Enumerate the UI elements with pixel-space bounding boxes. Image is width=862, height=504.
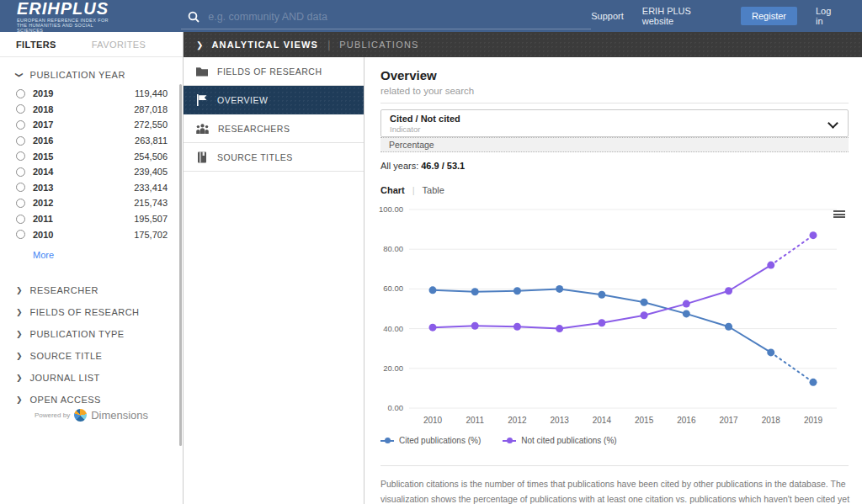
all-years-value: 46.9 / 53.1 [421,161,465,171]
logo-title: ERIHPLUS [17,0,181,17]
radio-icon[interactable] [16,167,25,177]
indicator-caption: Indicator [390,125,839,134]
svg-text:2015: 2015 [635,416,654,425]
svg-text:20.00: 20.00 [383,363,403,373]
book-icon [195,151,209,164]
filter-section-fields-of-research[interactable]: ❯ FIELDS OF RESEARCH [0,301,183,323]
svg-text:2019: 2019 [804,416,823,425]
nav-item-overview[interactable]: OVERVIEW [184,86,364,114]
more-link[interactable]: More [33,250,54,260]
chevron-right-icon: ❯ [16,352,23,360]
radio-icon[interactable] [16,151,25,161]
chart-menu-icon[interactable] [833,210,845,220]
year-count: 175,702 [134,230,168,240]
year-filter-row[interactable]: 2019 119,440 [16,86,168,102]
tab-table[interactable]: Table [423,185,444,195]
radio-icon[interactable] [16,230,25,239]
svg-text:2016: 2016 [677,416,696,425]
filter-section-researcher[interactable]: ❯ RESEARCHER [0,279,183,301]
website-link[interactable]: ERIH PLUS website [642,6,722,26]
year-filter-row[interactable]: 2011 195,507 [16,211,168,227]
year-filter-row[interactable]: 2013 233,414 [16,180,168,196]
filter-tabs: FILTERS FAVORITES [0,32,183,57]
filter-section-open-access[interactable]: ❯ OPEN ACCESS [0,389,183,411]
svg-text:2018: 2018 [762,416,781,425]
views-nav: FIELDS OF RESEARCH OVERVIEW RESEARCHERS … [184,57,364,504]
support-link[interactable]: Support [591,11,624,21]
search-input[interactable] [208,11,561,23]
chevron-right-icon: ❯ [16,374,23,382]
year-filter-row[interactable]: 2012 215,743 [16,195,168,211]
indicator-dropdown[interactable]: Cited / Not cited Indicator [380,109,849,137]
tab-divider: | [412,185,415,195]
chart-table-tabs: Chart | Table [380,185,444,195]
svg-text:2010: 2010 [423,416,443,425]
radio-icon[interactable] [16,120,25,130]
search-bar[interactable] [181,4,591,29]
filter-sections: ❯ RESEARCHER ❯ FIELDS OF RESEARCH ❯ PUBL… [0,279,183,411]
folder-icon [195,65,209,78]
overview-panel: Overview related to your search Cited / … [364,57,862,504]
tab-filters[interactable]: FILTERS [16,40,56,50]
filter-section-journal-list[interactable]: ❯ JOURNAL LIST [0,367,183,389]
filter-section-source-title[interactable]: ❯ SOURCE TITLE [0,345,183,367]
radio-icon[interactable] [16,136,25,146]
svg-text:2013: 2013 [551,416,570,425]
breadcrumb-section[interactable]: ANALYTICAL VIEWS [211,40,318,50]
svg-text:2012: 2012 [508,416,527,425]
radio-icon[interactable] [16,215,25,224]
powered-by-dimensions[interactable]: Powered by Dimensions [0,409,183,422]
nav-item-fields-of-research[interactable]: FIELDS OF RESEARCH [184,57,364,86]
legend-item[interactable]: Cited publications (%) [380,436,481,445]
register-button[interactable]: Register [741,7,797,25]
publication-year-section-header[interactable]: ❯ PUBLICATION YEAR [16,70,167,80]
legend-marker-icon [380,440,394,442]
radio-icon[interactable] [16,183,25,192]
indicator-value: Cited / Not cited [390,114,839,124]
year-count: 215,743 [134,198,168,208]
legend-label: Cited publications (%) [399,436,481,445]
logo-subtitle: EUROPEAN REFERENCE INDEX FOR THE HUMANIT… [17,18,111,33]
year-filter-row[interactable]: 2010 175,702 [16,226,168,242]
legend-item[interactable]: Not cited publications (%) [503,436,616,445]
filter-section-publication-type[interactable]: ❯ PUBLICATION TYPE [0,323,183,345]
radio-icon[interactable] [16,199,25,208]
chart-legend: Cited publications (%)Not cited publicat… [380,436,617,445]
flag-icon [195,93,209,107]
people-icon [195,122,210,135]
nav-item-researchers[interactable]: RESEARCHERS [184,114,364,143]
filters-scrollbar[interactable] [179,84,182,446]
svg-text:100.00: 100.00 [379,204,403,214]
chart-area: 0.0020.0040.0060.0080.00100.002010201120… [374,202,849,431]
year-count: 287,018 [134,104,168,114]
breadcrumb-page[interactable]: PUBLICATIONS [339,40,418,50]
tab-favorites[interactable]: FAVORITES [92,40,146,50]
login-link[interactable]: Log in [816,6,840,26]
year-count: 195,507 [134,214,168,224]
radio-icon[interactable] [16,104,25,114]
year-filter-row[interactable]: 2016 263,811 [16,133,168,149]
chevron-right-icon: ❯ [16,330,23,338]
chevron-right-icon: ❯ [16,395,23,404]
svg-text:2011: 2011 [466,416,484,425]
year-filter-row[interactable]: 2017 272,550 [16,117,168,133]
tab-chart[interactable]: Chart [380,185,405,195]
svg-text:2017: 2017 [719,416,738,425]
filters-panel: FILTERS FAVORITES ❯ PUBLICATION YEAR 201… [0,32,184,504]
chevron-down-icon: ❯ [15,72,24,78]
erih-plus-logo[interactable]: ERIHPLUS EUROPEAN REFERENCE INDEX FOR TH… [0,0,181,33]
unit-row[interactable]: Percentage [380,137,849,152]
chevron-right-icon: ❯ [196,40,203,50]
year-filter-row[interactable]: 2014 239,405 [16,164,168,180]
year-count: 239,405 [134,167,168,177]
radio-icon[interactable] [16,89,25,98]
year-filter-row[interactable]: 2018 287,018 [16,102,168,118]
year-filter-row[interactable]: 2015 254,506 [16,148,168,164]
header-links: Support ERIH PLUS website Register Log i… [591,6,862,26]
year-count: 272,550 [134,119,168,130]
year-count: 254,506 [134,151,168,162]
citations-chart: 0.0020.0040.0060.0080.00100.002010201120… [374,202,849,431]
nav-item-source-titles[interactable]: SOURCE TITLES [184,143,364,172]
app-header: ERIHPLUS EUROPEAN REFERENCE INDEX FOR TH… [0,0,862,32]
svg-text:0.00: 0.00 [388,403,404,412]
